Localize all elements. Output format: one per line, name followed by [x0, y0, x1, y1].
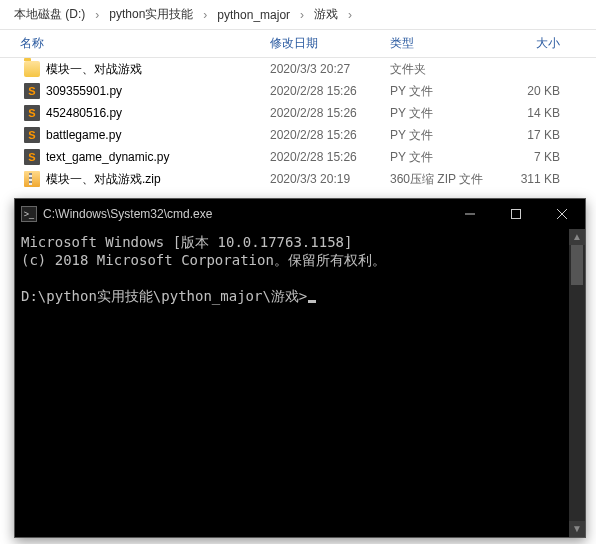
file-type: PY 文件	[390, 105, 500, 122]
py-icon	[24, 105, 40, 121]
file-row[interactable]: 模块一、对战游戏2020/3/3 20:27文件夹	[0, 58, 596, 80]
file-size: 17 KB	[500, 128, 570, 142]
maximize-button[interactable]	[493, 199, 539, 229]
file-row[interactable]: 452480516.py2020/2/28 15:26PY 文件14 KB	[0, 102, 596, 124]
breadcrumb[interactable]: 本地磁盘 (D:) › python实用技能 › python_major › …	[0, 0, 596, 30]
file-size: 7 KB	[500, 150, 570, 164]
zip-icon	[24, 171, 40, 187]
chevron-right-icon: ›	[89, 8, 105, 22]
column-name[interactable]: 名称	[0, 35, 270, 52]
file-date: 2020/2/28 15:26	[270, 128, 390, 142]
cmd-prompt: D:\python实用技能\python_major\游戏>	[21, 288, 307, 304]
cmd-output[interactable]: Microsoft Windows [版本 10.0.17763.1158] (…	[15, 229, 585, 537]
file-name: 309355901.py	[46, 84, 122, 98]
cmd-titlebar[interactable]: >_ C:\Windows\System32\cmd.exe	[15, 199, 585, 229]
cmd-window[interactable]: >_ C:\Windows\System32\cmd.exe Microsoft…	[14, 198, 586, 538]
breadcrumb-seg-2[interactable]: python_major	[213, 8, 294, 22]
py-icon	[24, 149, 40, 165]
breadcrumb-seg-1[interactable]: python实用技能	[105, 6, 197, 23]
scroll-up-icon[interactable]: ▲	[569, 229, 585, 245]
close-icon	[557, 209, 567, 219]
chevron-right-icon: ›	[342, 8, 358, 22]
maximize-icon	[511, 209, 521, 219]
file-name: 模块一、对战游戏	[46, 61, 142, 78]
svg-rect-1	[512, 210, 521, 219]
cmd-title-text: C:\Windows\System32\cmd.exe	[43, 207, 447, 221]
column-type[interactable]: 类型	[390, 35, 500, 52]
file-type: 文件夹	[390, 61, 500, 78]
scroll-down-icon[interactable]: ▼	[569, 521, 585, 537]
minimize-icon	[465, 209, 475, 219]
cmd-scrollbar[interactable]: ▲ ▼	[569, 229, 585, 537]
cursor-icon	[308, 300, 316, 303]
close-button[interactable]	[539, 199, 585, 229]
file-size: 311 KB	[500, 172, 570, 186]
file-date: 2020/2/28 15:26	[270, 150, 390, 164]
column-headers: 名称 修改日期 类型 大小	[0, 30, 596, 58]
chevron-right-icon: ›	[294, 8, 310, 22]
breadcrumb-seg-0[interactable]: 本地磁盘 (D:)	[10, 6, 89, 23]
file-row[interactable]: 309355901.py2020/2/28 15:26PY 文件20 KB	[0, 80, 596, 102]
file-date: 2020/3/3 20:27	[270, 62, 390, 76]
minimize-button[interactable]	[447, 199, 493, 229]
file-name: 模块一、对战游戏.zip	[46, 171, 161, 188]
file-type: PY 文件	[390, 149, 500, 166]
file-type: PY 文件	[390, 127, 500, 144]
folder-icon	[24, 61, 40, 77]
file-size: 14 KB	[500, 106, 570, 120]
file-type: PY 文件	[390, 83, 500, 100]
file-name: text_game_dynamic.py	[46, 150, 169, 164]
file-size: 20 KB	[500, 84, 570, 98]
breadcrumb-seg-3[interactable]: 游戏	[310, 6, 342, 23]
file-date: 2020/2/28 15:26	[270, 106, 390, 120]
file-row[interactable]: text_game_dynamic.py2020/2/28 15:26PY 文件…	[0, 146, 596, 168]
file-row[interactable]: 模块一、对战游戏.zip2020/3/3 20:19360压缩 ZIP 文件31…	[0, 168, 596, 190]
column-size[interactable]: 大小	[500, 35, 570, 52]
column-date[interactable]: 修改日期	[270, 35, 390, 52]
chevron-right-icon: ›	[197, 8, 213, 22]
py-icon	[24, 127, 40, 143]
file-name: 452480516.py	[46, 106, 122, 120]
py-icon	[24, 83, 40, 99]
file-type: 360压缩 ZIP 文件	[390, 171, 500, 188]
cmd-line-2: (c) 2018 Microsoft Corporation。保留所有权利。	[21, 252, 386, 268]
cmd-line-1: Microsoft Windows [版本 10.0.17763.1158]	[21, 234, 352, 250]
file-date: 2020/2/28 15:26	[270, 84, 390, 98]
file-row[interactable]: battlegame.py2020/2/28 15:26PY 文件17 KB	[0, 124, 596, 146]
file-date: 2020/3/3 20:19	[270, 172, 390, 186]
file-name: battlegame.py	[46, 128, 121, 142]
scroll-thumb[interactable]	[571, 245, 583, 285]
cmd-icon: >_	[21, 206, 37, 222]
file-list: 名称 修改日期 类型 大小 模块一、对战游戏2020/3/3 20:27文件夹3…	[0, 30, 596, 190]
